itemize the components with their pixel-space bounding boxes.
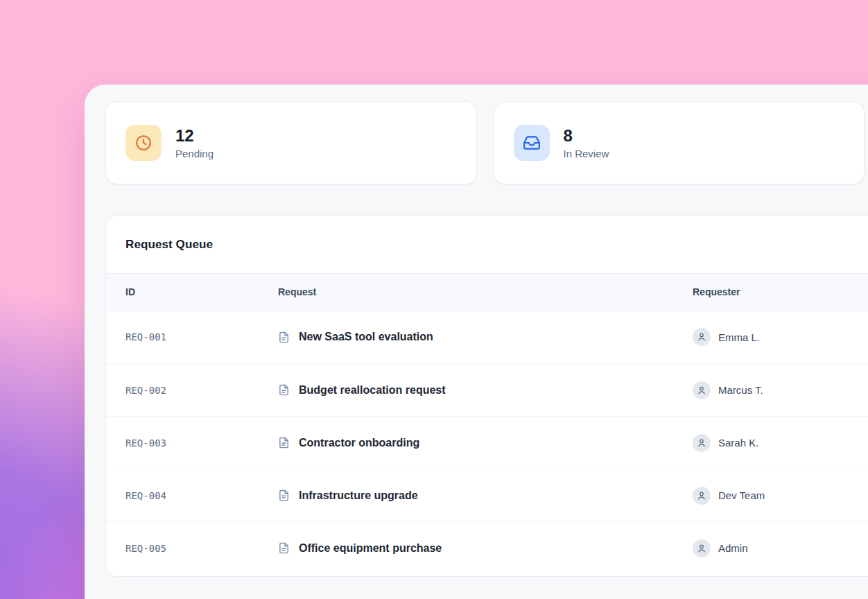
user-avatar-icon xyxy=(693,381,711,399)
table-body: REQ-001 New SaaS tool evaluation xyxy=(106,311,868,574)
file-text-icon xyxy=(278,437,290,449)
request-title: Budget reallocation request xyxy=(299,384,446,397)
stat-card-pending: 12 Pending xyxy=(105,101,477,184)
request-cell: Office equipment purchase xyxy=(278,542,693,555)
requester-name: Admin xyxy=(718,542,748,554)
request-id: REQ-001 xyxy=(125,331,278,342)
file-text-icon xyxy=(278,542,290,554)
table-row[interactable]: REQ-004 Infrastructure upgrade xyxy=(106,469,868,521)
stat-text-pending: 12 Pending xyxy=(175,126,214,159)
table-header-row: ID Request Requester xyxy=(106,273,868,311)
table-row[interactable]: REQ-002 Budget reallocation reque xyxy=(106,363,868,416)
user-avatar-icon xyxy=(693,328,711,346)
dashboard-panel: 12 Pending 8 In Review Request Queue xyxy=(85,85,868,599)
user-avatar-icon xyxy=(693,539,711,557)
request-queue-title: Request Queue xyxy=(106,216,868,273)
requester-cell: Sarah K. xyxy=(693,434,868,452)
file-text-icon xyxy=(278,331,290,343)
user-avatar-icon xyxy=(693,434,711,452)
request-cell: Contractor onboarding xyxy=(278,437,693,449)
requester-name: Emma L. xyxy=(718,331,760,343)
file-text-icon xyxy=(278,489,290,501)
request-title: New SaaS tool evaluation xyxy=(299,331,433,343)
pending-label: Pending xyxy=(175,148,214,159)
request-cell: Infrastructure upgrade xyxy=(278,489,693,502)
request-id: REQ-002 xyxy=(125,385,278,396)
request-queue-card: Request Queue ID Request Requester REQ-0… xyxy=(105,215,868,577)
file-text-icon xyxy=(278,384,290,396)
requester-cell: Dev Team xyxy=(693,487,868,505)
clock-icon xyxy=(125,125,162,161)
pending-count: 12 xyxy=(175,126,214,146)
column-header-request: Request xyxy=(278,286,693,297)
request-title: Office equipment purchase xyxy=(299,542,442,555)
table-row[interactable]: REQ-001 New SaaS tool evaluation xyxy=(106,311,868,363)
request-cell: Budget reallocation request xyxy=(278,384,693,397)
stats-row: 12 Pending 8 In Review xyxy=(105,101,865,184)
requester-name: Sarah K. xyxy=(718,437,758,449)
requester-cell: Marcus T. xyxy=(693,381,868,399)
in-review-label: In Review xyxy=(564,148,609,159)
column-header-requester: Requester xyxy=(693,286,868,297)
requester-cell: Admin xyxy=(693,539,868,557)
stat-card-in-review: 8 In Review xyxy=(494,101,865,184)
requester-name: Dev Team xyxy=(718,489,765,501)
request-id: REQ-004 xyxy=(125,490,278,501)
request-cell: New SaaS tool evaluation xyxy=(278,331,693,343)
table-row[interactable]: REQ-003 Contractor onboarding xyxy=(106,416,868,469)
in-review-count: 8 xyxy=(564,126,609,146)
requester-name: Marcus T. xyxy=(718,384,763,396)
inbox-icon xyxy=(514,125,550,161)
request-id: REQ-003 xyxy=(125,437,278,449)
column-header-id: ID xyxy=(125,286,278,297)
stat-text-in-review: 8 In Review xyxy=(564,126,609,159)
table-row[interactable]: REQ-005 Office equipment purchase xyxy=(106,521,868,574)
request-title: Contractor onboarding xyxy=(299,437,419,449)
screen-background: 12 Pending 8 In Review Request Queue xyxy=(0,0,868,599)
request-id: REQ-005 xyxy=(125,543,278,554)
user-avatar-icon xyxy=(693,487,711,505)
requester-cell: Emma L. xyxy=(693,328,868,346)
request-title: Infrastructure upgrade xyxy=(299,489,418,502)
